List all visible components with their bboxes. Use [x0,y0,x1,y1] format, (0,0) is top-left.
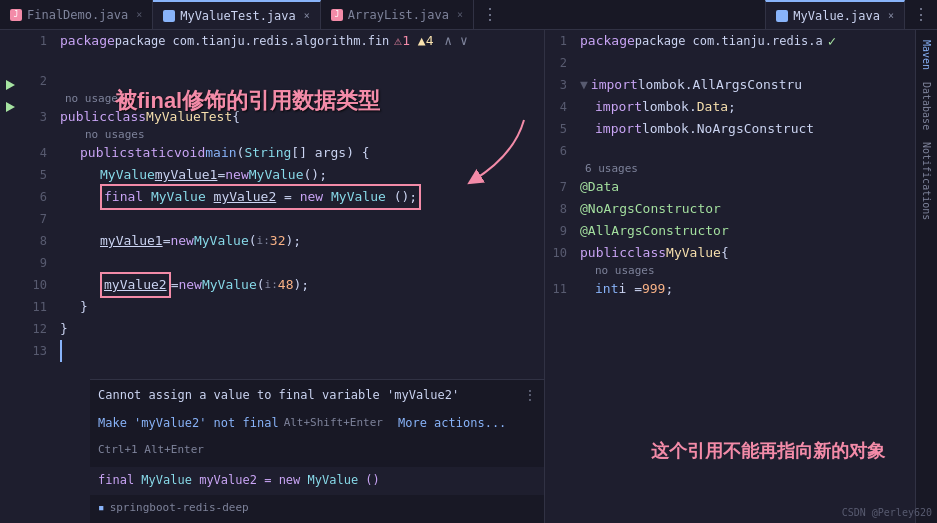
code-line-5: MyValue myValue1 = new MyValue (); [60,164,544,186]
tab-myvalue[interactable]: MyValue.java × [765,0,905,29]
make-not-final-action[interactable]: Make 'myValue2' not final [98,412,279,434]
code-line-empty-1 [60,52,544,70]
maven-panel-tab[interactable]: Maven [918,35,935,75]
tab-finaldemo[interactable]: J FinalDemo.java × [0,0,153,29]
line-num-5: 5 [20,164,47,186]
error-file: ▪ springboot-redis-deep [90,495,544,523]
line-num-12: 12 [20,318,47,340]
usages-6-label: 6 usages [580,162,915,176]
line-num-nousage2 [20,128,47,142]
line-num-10: 10 [20,274,47,296]
gutter-left [0,30,20,523]
code-line-2 [60,70,544,92]
line-num-9: 9 [20,252,47,274]
right-more-tabs[interactable]: ⋮ [905,5,937,24]
watermark: CSDN @Perley620 [842,507,932,518]
line-num-2: 2 [20,70,47,92]
database-panel-tab[interactable]: Database [918,77,935,135]
content-area: 1 2 3 4 5 6 7 8 9 10 11 12 13 [0,30,937,523]
code-line-12: } [60,318,544,340]
myvalue-icon-right [776,10,788,22]
myvalue-icon [163,10,175,22]
right-code-line-7: @Data [580,176,915,198]
line-numbers-left: 1 2 3 4 5 6 7 8 9 10 11 12 13 [20,30,55,523]
final-line-highlight: final MyValue myValue2 = new MyValue (); [100,184,421,210]
line-num-7: 7 [20,208,47,230]
code-line-13 [60,340,544,362]
right-code-line-8: @NoArgsConstructor [580,198,915,220]
right-code-line-9: @AllArgsConstructor [580,220,915,242]
tab-bar: J FinalDemo.java × MyValueTest.java × J … [0,0,937,30]
right-code-line-1: package package com.tianju.redis.a ✓ [580,30,915,52]
code-line-3: public class MyValueTest { [60,106,544,128]
editor-left[interactable]: 1 2 3 4 5 6 7 8 9 10 11 12 13 [0,30,545,523]
side-panel: Maven Database Notifications [915,30,937,523]
ide-window: J FinalDemo.java × MyValueTest.java × J … [0,0,937,523]
action1-shortcut: Alt+Shift+Enter [284,412,383,434]
line-num-nousage1 [20,92,47,106]
code-line-1: package package com.tianju.redis.algorit… [60,30,544,52]
line-numbers-right: 1 2 3 4 5 6 7 8 9 10 11 [545,30,575,523]
line-num-1: 1 [20,30,47,52]
error-close[interactable]: ⋮ [524,384,536,406]
code-line-6: final MyValue myValue2 = new MyValue (); [60,186,544,208]
more-tabs[interactable]: ⋮ [474,5,506,24]
run-button-main[interactable] [0,96,20,118]
code-line-11: } [60,296,544,318]
action2-shortcut: Ctrl+1 Alt+Enter [98,439,204,461]
code-line-8: myValue1 = new MyValue ( i: 32 ); [60,230,544,252]
editor-content-left: 1 2 3 4 5 6 7 8 9 10 11 12 13 [0,30,544,523]
line-num-8: 8 [20,230,47,252]
java-icon: J [10,9,22,21]
editor-content-right: 1 2 3 4 5 6 7 8 9 10 11 [545,30,915,523]
editor-right[interactable]: 1 2 3 4 5 6 7 8 9 10 11 [545,30,915,523]
line-num-3: 3 [20,106,47,128]
error-actions: Make 'myValue2' not final Alt+Shift+Ente… [90,410,544,467]
code-line-7 [60,208,544,230]
right-code-line-2 [580,52,915,74]
code-line-10: myValue2 = new MyValue ( i: 48 ); [60,274,544,296]
right-code-line-3: ▼ import lombok.AllArgsConstru [580,74,915,96]
code-line-4: public static void main ( String [] args… [60,142,544,164]
line-num-pkg-space [20,52,47,70]
right-code-line-10: public class MyValue { [580,242,915,264]
no-usages-label-1: no usages [60,92,544,106]
line-num-4: 4 [20,142,47,164]
myvalue2-error-box: myValue2 [100,272,171,298]
error-header: Cannot assign a value to final variable … [90,380,544,410]
no-usages-label-right: no usages [580,264,915,278]
notifications-panel-tab[interactable]: Notifications [918,137,935,225]
tab-arraylist[interactable]: J ArrayList.java × [321,0,474,29]
right-code-line-4: import lombok. Data ; [580,96,915,118]
line-num-13: 13 [20,340,47,362]
right-code-line-6 [580,140,915,162]
more-actions-link[interactable]: More actions... [398,412,506,434]
line-num-6: 6 [20,186,47,208]
no-usages-label-2: no usages [60,128,544,142]
right-code-line-5: import lombok.NoArgsConstruct [580,118,915,140]
run-button-class[interactable] [0,74,20,96]
right-code-line-11: int i = 999 ; [580,278,915,300]
code-area-right[interactable]: package package com.tianju.redis.a ✓ ▼ i… [575,30,915,523]
line-num-11: 11 [20,296,47,318]
error-preview: final MyValue myValue2 = new MyValue () [90,467,544,495]
java-icon-2: J [331,9,343,21]
tab-myvaluetest[interactable]: MyValueTest.java × [153,0,321,29]
code-line-9 [60,252,544,274]
code-area-left[interactable]: package package com.tianju.redis.algorit… [55,30,544,523]
error-popup: Cannot assign a value to final variable … [90,379,544,523]
